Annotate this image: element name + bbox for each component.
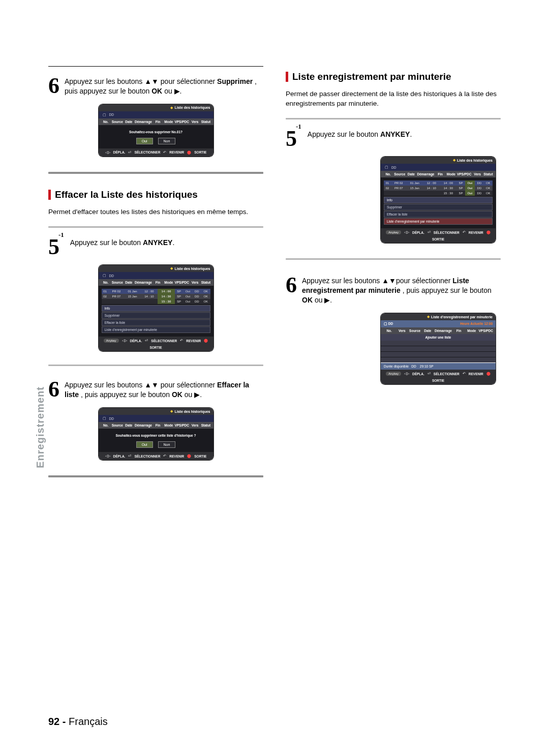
right-column: Liste enregistrement par minuterie Perme…	[286, 66, 501, 493]
hdd-icon: ▢	[385, 165, 388, 169]
hdd-icon: ▢	[103, 416, 106, 420]
anykey-pill: Anykey	[386, 372, 401, 376]
osd-timer-list: ◆Liste d'enregistrement par minuterie ▢ …	[381, 313, 496, 384]
hdd-icon: ▢	[103, 274, 106, 278]
section-desc: Permet de passer directement de la liste…	[286, 89, 501, 109]
step-text: Appuyez sur le bouton ANYKEY.	[308, 129, 412, 149]
diamond-icon: ◆	[170, 106, 173, 110]
osd-context-menu-right: ◆Liste des historiques ▢DD No.SourceDate…	[381, 157, 496, 243]
exit-icon: ⬤	[187, 454, 191, 458]
select-icon: ⏎	[128, 150, 131, 155]
osd-delete-one: ◆Liste des historiques ▢DD No.SourceDate…	[99, 104, 214, 157]
menu-item[interactable]: Liste d'enregistrement par minuterie	[384, 218, 493, 225]
osd-columns: No.SourceDateDémarrageFinModeVPS/PDCVers…	[99, 118, 214, 125]
yes-button[interactable]: Oui	[136, 441, 153, 448]
confirm-message: Souhaitez-vous supprimer cette liste d'h…	[102, 432, 210, 441]
step-number: 6	[48, 76, 59, 96]
yes-button[interactable]: Oui	[136, 138, 153, 144]
exit-icon: ⬤	[486, 372, 491, 376]
move-icon: ◁▷	[105, 150, 110, 155]
step-6-delete: 6 Appuyez sur les boutons ▲▼ pour sélect…	[48, 76, 263, 96]
menu-item[interactable]: Supprimer	[384, 204, 493, 210]
section-timer-list: Liste enregistrement par minuterie	[286, 71, 501, 82]
select-icon: ⏎	[428, 372, 431, 376]
page-footer: 92 - Français	[48, 716, 108, 728]
menu-item[interactable]: Info	[102, 305, 210, 312]
step-text: Appuyez sur les boutons ▲▼ pour sélectio…	[65, 76, 263, 96]
section-marker	[286, 72, 288, 82]
return-icon: ↶	[180, 339, 183, 343]
step-6-clear: 6 Appuyez sur les boutons ▲▼ pour sélect…	[48, 379, 263, 400]
menu-item[interactable]: Effacer la liste	[384, 211, 493, 218]
return-icon: ↶	[463, 230, 466, 234]
diamond-icon: ◆	[170, 409, 173, 413]
move-icon: ◁▷	[404, 372, 409, 376]
step-5-1-right: 5-1 Appuyez sur le bouton ANYKEY.	[286, 129, 501, 149]
add-list-row[interactable]: Ajouter une liste	[381, 334, 496, 341]
history-table: 01PR 0201 Jan12 : 0014 : 00SPOuiDDOK02PR…	[102, 289, 210, 304]
exit-icon: ⬤	[187, 150, 191, 155]
step-text: Appuyez sur les boutons ▲▼ pour sélectio…	[65, 379, 263, 400]
step-number: 5-1	[48, 237, 65, 257]
diamond-icon: ◆	[427, 315, 430, 319]
select-icon: ⏎	[428, 230, 431, 234]
osd-context-menu-left: ◆Liste des historiques ▢DD No.SourceDate…	[99, 265, 214, 351]
return-icon: ↶	[463, 372, 466, 376]
menu-item[interactable]: Supprimer	[102, 312, 210, 319]
osd-delete-all: ◆Liste des historiques ▢DD No.SourceDate…	[99, 408, 214, 460]
step-6-timer: 6 Appuyez sur les boutons ▲▼pour sélecti…	[286, 275, 501, 305]
step-number: 5-1	[286, 129, 302, 149]
select-icon: ⏎	[128, 454, 131, 458]
diamond-icon: ◆	[453, 158, 455, 162]
exit-icon: ⬤	[486, 230, 491, 234]
anykey-pill: Anykey	[104, 339, 119, 343]
hdd-icon: ▢	[103, 113, 106, 117]
section-marker	[48, 190, 51, 200]
history-table: 01PR 0201 Jan12 : 0014 : 00SPOuiDDOK02PR…	[384, 180, 493, 196]
step-text: Appuyez sur les boutons ▲▼pour sélection…	[302, 275, 501, 305]
step-5-1-left: 5-1 Appuyez sur le bouton ANYKEY.	[48, 237, 263, 257]
move-icon: ◁▷	[105, 454, 110, 458]
context-menu[interactable]: InfoSupprimerEffacer la listeListe d'enr…	[102, 305, 210, 333]
diamond-icon: ◆	[170, 266, 173, 270]
osd-columns: No.VersSourceDateDémarrageFinModeVPS/PDC	[381, 327, 496, 334]
no-button[interactable]: Non	[158, 441, 176, 448]
side-tab: Enregistrement	[35, 386, 46, 468]
exit-icon: ⬤	[204, 339, 208, 343]
empty-rows	[381, 341, 496, 362]
menu-item[interactable]: Info	[384, 197, 493, 203]
osd-columns: No.SourceDateDémarrageFinModeVPS/PDCVers…	[381, 171, 496, 177]
step-number: 6	[286, 275, 297, 305]
select-icon: ⏎	[145, 339, 148, 343]
osd-columns: No.SourceDateDémarrageFinModeVPS/PDCVers…	[99, 422, 214, 429]
confirm-message: Souhaitez-vous supprimer No.01?	[102, 128, 210, 138]
step-number: 6	[48, 379, 59, 400]
menu-item[interactable]: Effacer la liste	[102, 319, 210, 326]
hdd-icon: ▢	[384, 322, 387, 325]
section-clear-list: Effacer la Liste des historiques	[48, 189, 263, 200]
return-icon: ↶	[163, 454, 166, 458]
return-icon: ↶	[163, 150, 166, 155]
move-icon: ◁▷	[404, 230, 409, 234]
menu-item[interactable]: Liste d'enregistrement par minuterie	[102, 326, 210, 333]
move-icon: ◁▷	[122, 339, 127, 343]
left-column: 6 Appuyez sur les boutons ▲▼ pour sélect…	[48, 66, 263, 493]
osd-columns: No.SourceDateDémarrageFinModeVPS/PDCVers…	[99, 279, 214, 286]
no-button[interactable]: Non	[158, 138, 176, 144]
step-text: Appuyez sur le bouton ANYKEY.	[70, 237, 174, 257]
context-menu[interactable]: InfoSupprimerEffacer la listeListe d'enr…	[384, 197, 493, 225]
section-desc: Permet d'effacer toutes les listes des h…	[48, 207, 263, 217]
anykey-pill: Anykey	[386, 230, 401, 234]
